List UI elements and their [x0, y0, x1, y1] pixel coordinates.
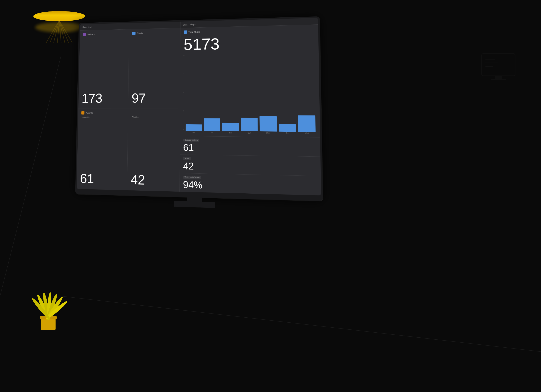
goals-section: Goals 42: [180, 155, 321, 176]
agents-dot: [81, 111, 84, 114]
total-chats-dot: [184, 30, 187, 34]
svg-line-4: [46, 20, 59, 43]
y-label-3: 3: [183, 73, 184, 75]
svg-rect-21: [482, 54, 515, 76]
bar-mon: [260, 116, 277, 132]
goals-value: 42: [183, 161, 317, 173]
agents-loggedin-cell: Agents Logged in 61: [77, 109, 128, 190]
total-chats-value: 5173: [183, 34, 315, 52]
svg-line-11: [59, 20, 72, 43]
right-panel: Last 7 days Total chats 5173 4 3: [180, 18, 321, 196]
queued-visitors-section: Queued visitors 61: [180, 136, 321, 157]
screen-content: Real time Visitors 173: [77, 18, 321, 196]
monitor-stand-base: [174, 201, 215, 208]
agents-label-row: Agents: [81, 111, 125, 114]
chats-dot: [132, 32, 135, 35]
bar-col-mon: Mon: [260, 116, 277, 134]
svg-rect-22: [495, 76, 502, 80]
bar-sun: [241, 118, 258, 131]
plant-svg: [30, 273, 67, 332]
loggedin-value: 61: [80, 172, 124, 188]
agents-label: Agents: [86, 112, 93, 114]
bar-col-thu: Thu: [186, 124, 202, 134]
loggedin-sublabel: Logged in: [81, 116, 125, 118]
queued-visitors-value: 61: [183, 143, 317, 154]
bar-chart: Thu Fri Sat: [185, 52, 316, 134]
monitor: Real time Visitors 173: [75, 16, 323, 201]
total-chats-label-row: Total chats: [184, 27, 315, 34]
bar-col-tue: Tue: [279, 124, 296, 134]
light-body: [33, 11, 85, 21]
chats-value: 97: [131, 91, 177, 106]
bar-fri: [204, 118, 220, 131]
bar-label-fri: Fri: [211, 132, 213, 134]
bar-label-tue: Tue: [286, 132, 289, 134]
bar-thu: [186, 124, 202, 131]
total-chats-label: Total chats: [188, 30, 200, 33]
bar-tue: [279, 124, 296, 132]
plant: [30, 273, 67, 333]
metrics-grid: Visitors 173 Chats 97: [77, 28, 180, 192]
svg-line-2: [0, 56, 61, 296]
bar-label-sun: Sun: [248, 132, 251, 134]
monitor-screen: Real time Visitors 173: [77, 18, 321, 196]
y-label-4: 4: [183, 54, 184, 56]
visitors-cell: Visitors 173: [78, 29, 129, 109]
bar-label-sat: Sat: [229, 132, 232, 134]
goals-tag: Goals: [183, 157, 191, 160]
monitor-stand-neck: [187, 192, 202, 202]
visitor-satisfaction-value: 94%: [183, 180, 317, 193]
svg-rect-23: [491, 79, 506, 80]
visitors-label: Visitors: [87, 33, 95, 36]
chats-label: Chats: [137, 32, 143, 35]
y-label-1: 1: [183, 110, 184, 112]
ceiling-light: [33, 11, 85, 21]
bar-sat: [222, 123, 239, 131]
visitors-value: 173: [82, 92, 125, 106]
chatting-sublabel: Chatting: [131, 116, 177, 119]
chatting-value: 42: [130, 173, 176, 189]
background-monitor-icon: [480, 52, 517, 82]
bar-col-sun: Sun: [241, 118, 258, 134]
queued-visitors-tag: Queued visitors: [183, 139, 199, 142]
monitor-bezel: Real time Visitors 173: [75, 16, 323, 201]
chatting-label-row: [131, 111, 177, 115]
svg-line-3: [61, 296, 541, 352]
chats-label-row: Chats: [132, 31, 177, 35]
bar-wed: [298, 115, 316, 132]
chats-cell: Chats 97: [128, 28, 180, 109]
bar-label-thu: Thu: [192, 131, 195, 134]
visitors-label-row: Visitors: [83, 32, 126, 36]
chart-y-axis: 4 3 2 1 0: [183, 54, 185, 134]
total-chats-section: Total chats 5173 4 3 2 1 0: [180, 25, 320, 138]
left-panel: Real time Visitors 173: [77, 22, 180, 192]
bar-col-sat: Sat: [222, 123, 239, 134]
chatting-cell: Chatting 42: [127, 109, 180, 192]
visitor-satisfaction-tag: Visitor satisfaction: [183, 176, 201, 179]
chatting-spacer: [131, 111, 135, 115]
bar-label-wed: Wed: [305, 132, 309, 134]
chart-area: 4 3 2 1 0 Thu: [183, 52, 317, 134]
visitors-dot: [83, 33, 86, 36]
y-label-2: 2: [183, 91, 184, 93]
bar-label-mon: Mon: [266, 132, 270, 134]
bar-col-wed: Wed: [298, 115, 316, 134]
y-label-0: 0: [183, 129, 184, 130]
bar-col-fri: Fri: [204, 118, 220, 134]
